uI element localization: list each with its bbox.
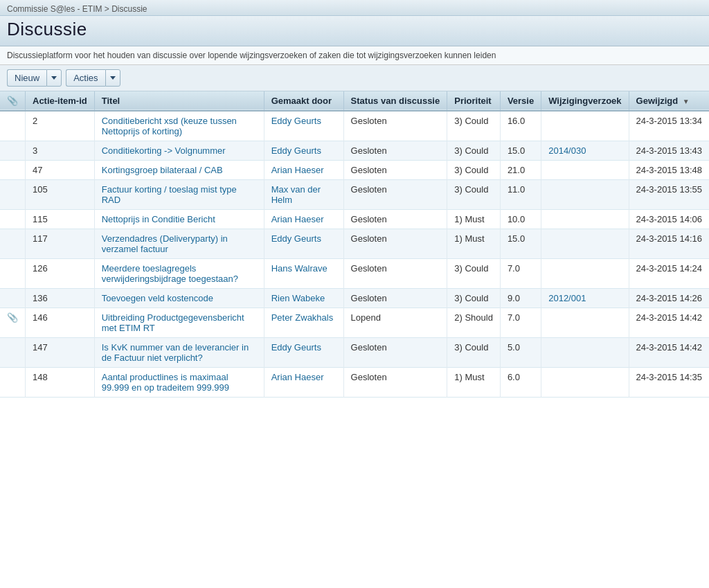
- col-status[interactable]: Status van discussie: [343, 91, 447, 111]
- table-row: 📎146Uitbreiding Productgegevensbericht m…: [0, 308, 709, 338]
- title-cell[interactable]: Conditiekorting -> Volgnummer: [94, 141, 264, 161]
- priority-cell: 3) Could: [447, 111, 501, 141]
- title-link[interactable]: Verzendadres (Deliveryparty) in verzamel…: [102, 233, 228, 254]
- id-cell: 47: [26, 161, 95, 180]
- table-row: 3Conditiekorting -> VolgnummerEddy Geurt…: [0, 141, 709, 161]
- author-link[interactable]: Arian Haeser: [271, 372, 324, 382]
- table-row: 2Conditiebericht xsd (keuze tussen Netto…: [0, 111, 709, 141]
- actions-button[interactable]: Acties: [66, 69, 105, 87]
- title-link[interactable]: Aantal productlines is maximaal 99.999 e…: [102, 372, 229, 393]
- author-link[interactable]: Arian Haeser: [271, 214, 324, 224]
- wijziging-link[interactable]: 2012/001: [548, 293, 586, 303]
- title-link[interactable]: Meerdere toeslagregels verwijderingsbijd…: [102, 263, 238, 284]
- author-cell[interactable]: Hans Walrave: [264, 259, 343, 289]
- wijziging-cell: [541, 229, 629, 259]
- wijziging-cell[interactable]: 2012/001: [541, 289, 629, 308]
- chevron-down-icon: [110, 76, 116, 80]
- col-wijzigingverzoek[interactable]: Wijzigingverzoek: [541, 91, 629, 111]
- author-link[interactable]: Arian Haeser: [271, 165, 324, 175]
- title-cell[interactable]: Nettoprijs in Conditie Bericht: [94, 210, 264, 229]
- id-cell: 136: [26, 289, 95, 308]
- title-cell[interactable]: Aantal productlines is maximaal 99.999 e…: [94, 368, 264, 398]
- author-link[interactable]: Eddy Geurts: [271, 145, 321, 156]
- title-link[interactable]: Toevoegen veld kostencode: [102, 293, 213, 303]
- author-cell[interactable]: Arian Haeser: [264, 210, 343, 229]
- id-cell: 105: [26, 180, 95, 210]
- col-titel[interactable]: Titel: [94, 91, 264, 111]
- author-cell[interactable]: Eddy Geurts: [264, 141, 343, 161]
- title-cell[interactable]: Verzendadres (Deliveryparty) in verzamel…: [94, 229, 264, 259]
- version-cell: 7.0: [500, 259, 541, 289]
- page-title: Discussie: [7, 19, 702, 40]
- author-cell[interactable]: Arian Haeser: [264, 161, 343, 180]
- author-link[interactable]: Peter Zwakhals: [271, 312, 334, 323]
- status-cell: Gesloten: [343, 338, 447, 368]
- date-cell: 24-3-2015 14:06: [629, 210, 709, 229]
- id-cell: 3: [26, 141, 95, 161]
- col-versie[interactable]: Versie: [500, 91, 541, 111]
- priority-cell: 3) Could: [447, 161, 501, 180]
- title-cell[interactable]: Factuur korting / toeslag mist type RAD: [94, 180, 264, 210]
- title-link[interactable]: Uitbreiding Productgegevensbericht met E…: [102, 312, 244, 333]
- id-cell: 147: [26, 338, 95, 368]
- wijziging-cell[interactable]: 2014/030: [541, 141, 629, 161]
- priority-cell: 1) Must: [447, 210, 501, 229]
- new-button-group: Nieuw: [7, 69, 62, 87]
- author-cell[interactable]: Peter Zwakhals: [264, 308, 343, 338]
- attachment-cell: [0, 210, 26, 229]
- title-cell[interactable]: Toevoegen veld kostencode: [94, 289, 264, 308]
- title-link[interactable]: Nettoprijs in Conditie Bericht: [102, 214, 215, 224]
- title-cell[interactable]: Uitbreiding Productgegevensbericht met E…: [94, 308, 264, 338]
- status-cell: Gesloten: [343, 368, 447, 398]
- col-gewijzigd[interactable]: Gewijzigd ▼: [629, 91, 709, 111]
- title-cell[interactable]: Conditiebericht xsd (keuze tussen Nettop…: [94, 111, 264, 141]
- title-cell[interactable]: Is KvK nummer van de leverancier in de F…: [94, 338, 264, 368]
- title-cell[interactable]: Kortingsgroep bilateraal / CAB: [94, 161, 264, 180]
- title-link[interactable]: Conditiekorting -> Volgnummer: [102, 145, 226, 156]
- author-cell[interactable]: Eddy Geurts: [264, 111, 343, 141]
- col-gemaakt-door[interactable]: Gemaakt door: [264, 91, 343, 111]
- author-link[interactable]: Rien Wabeke: [271, 293, 325, 303]
- author-link[interactable]: Max van der Helm: [271, 184, 321, 205]
- table-row: 148Aantal productlines is maximaal 99.99…: [0, 368, 709, 398]
- date-cell: 24-3-2015 13:55: [629, 180, 709, 210]
- title-link[interactable]: Factuur korting / toeslag mist type RAD: [102, 184, 237, 205]
- title-cell[interactable]: Meerdere toeslagregels verwijderingsbijd…: [94, 259, 264, 289]
- new-dropdown-button[interactable]: [46, 69, 62, 87]
- discussion-table: 📎 Actie-item-id Titel Gemaakt door Statu…: [0, 91, 709, 398]
- wijziging-cell: [541, 308, 629, 338]
- status-cell: Gesloten: [343, 111, 447, 141]
- author-cell[interactable]: Arian Haeser: [264, 368, 343, 398]
- title-link[interactable]: Kortingsgroep bilateraal / CAB: [102, 165, 223, 175]
- col-actie-item-id[interactable]: Actie-item-id: [26, 91, 95, 111]
- new-button[interactable]: Nieuw: [7, 69, 46, 87]
- wijziging-link[interactable]: 2014/030: [548, 145, 586, 156]
- author-cell[interactable]: Eddy Geurts: [264, 338, 343, 368]
- table-row: 47Kortingsgroep bilateraal / CABArian Ha…: [0, 161, 709, 180]
- version-cell: 7.0: [500, 308, 541, 338]
- version-cell: 16.0: [500, 111, 541, 141]
- sort-icon: ▼: [683, 98, 690, 105]
- breadcrumb-text: Commissie S@les - ETIM > Discussie: [7, 4, 147, 14]
- attachment-cell: [0, 229, 26, 259]
- title-link[interactable]: Conditiebericht xsd (keuze tussen Nettop…: [102, 116, 237, 136]
- author-cell[interactable]: Rien Wabeke: [264, 289, 343, 308]
- title-link[interactable]: Is KvK nummer van de leverancier in de F…: [102, 342, 249, 363]
- attachment-cell: [0, 338, 26, 368]
- attachment-cell: 📎: [0, 308, 26, 338]
- priority-cell: 3) Could: [447, 289, 501, 308]
- actions-dropdown-button[interactable]: [105, 69, 120, 87]
- table-container: 📎 Actie-item-id Titel Gemaakt door Statu…: [0, 91, 709, 398]
- col-prioriteit[interactable]: Prioriteit: [447, 91, 501, 111]
- priority-cell: 3) Could: [447, 180, 501, 210]
- author-cell[interactable]: Max van der Helm: [264, 180, 343, 210]
- author-link[interactable]: Eddy Geurts: [271, 342, 321, 353]
- author-cell[interactable]: Eddy Geurts: [264, 229, 343, 259]
- priority-cell: 3) Could: [447, 141, 501, 161]
- author-link[interactable]: Eddy Geurts: [271, 233, 321, 244]
- attachment-cell: [0, 368, 26, 398]
- author-link[interactable]: Eddy Geurts: [271, 116, 321, 126]
- author-link[interactable]: Hans Walrave: [271, 263, 327, 274]
- table-row: 115Nettoprijs in Conditie BerichtArian H…: [0, 210, 709, 229]
- wijziging-cell: [541, 210, 629, 229]
